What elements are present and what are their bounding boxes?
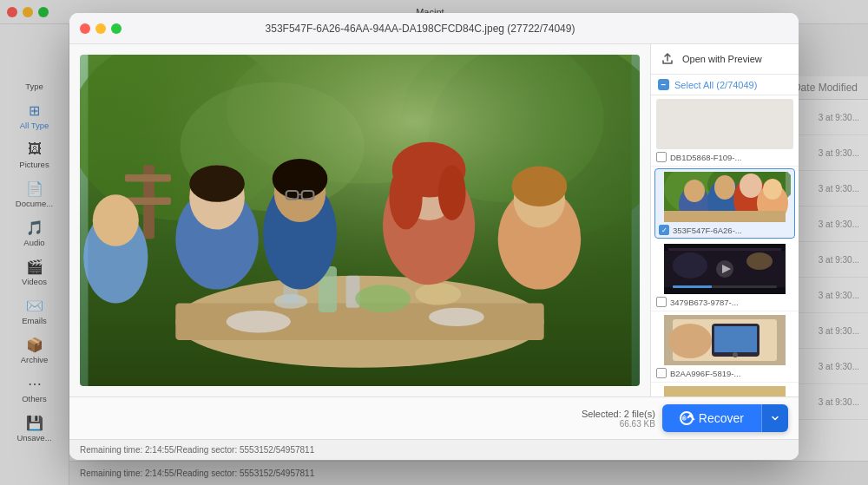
svg-point-59	[746, 252, 773, 270]
select-all-row[interactable]: Select All (2/74049)	[651, 75, 799, 95]
svg-rect-58	[673, 285, 712, 288]
selected-count: Selected: 2 file(s)	[80, 409, 655, 419]
modal-titlebar: 353F547F-6A26-46AA-94AA-DA198CFCD84C.jpe…	[69, 13, 799, 44]
preview-area	[69, 44, 651, 397]
chevron-down-icon	[771, 414, 779, 423]
modal-status-bar: Remaining time: 2:14:55/Reading sector: …	[69, 439, 799, 460]
modal-bottom-bar: Selected: 2 file(s) 66.63 KB Recover	[69, 397, 799, 439]
thumb-item-3[interactable]: 3479B673-9787-...	[651, 240, 799, 311]
open-preview-button[interactable]: Open with Preview	[682, 54, 762, 64]
svg-point-66	[668, 324, 712, 358]
recover-icon	[680, 411, 694, 425]
svg-point-46	[714, 175, 735, 200]
svg-point-60	[673, 252, 707, 279]
thumb-scene-blank	[656, 99, 793, 149]
modal-overlay: 353F547F-6A26-46AA-94AA-DA198CFCD84C.jpe…	[0, 0, 868, 485]
thumb-label-row-3: 3479B673-9787-...	[656, 297, 793, 307]
svg-rect-68	[664, 386, 786, 397]
thumb-image-1	[656, 99, 793, 149]
thumb-image-3	[656, 244, 793, 294]
svg-rect-54	[668, 248, 781, 251]
thumb-name-2: 353F547F-6A26-...	[673, 226, 791, 235]
thumbnail-list[interactable]: DB1D5868-F109-...	[651, 95, 799, 397]
thumb-label-row-2: 353F547F-6A26-...	[659, 225, 791, 235]
thumb-name-1: DB1D5868-F109-...	[670, 153, 793, 162]
svg-rect-64	[714, 326, 757, 352]
thumb-image-2	[659, 172, 791, 222]
preview-svg	[80, 55, 640, 386]
modal-maximize-button[interactable]	[111, 23, 122, 34]
preview-image	[80, 55, 640, 386]
thumb-checkbox-2[interactable]	[659, 225, 669, 235]
recover-label: Recover	[699, 411, 744, 425]
modal-status-text: Remaining time: 2:14:55/Reading sector: …	[80, 445, 314, 455]
thumb-image-5	[656, 386, 793, 397]
panel-actions: Open with Preview	[651, 44, 799, 75]
recover-dropdown-button[interactable]	[761, 404, 788, 432]
recover-button[interactable]: Recover	[662, 404, 761, 432]
svg-point-44	[684, 180, 705, 202]
select-all-label: Select All (2/74049)	[674, 80, 757, 90]
thumb-image-4	[656, 315, 793, 365]
thumb-svg-party	[659, 172, 791, 222]
modal-close-button[interactable]	[80, 23, 90, 34]
thumb-item-5[interactable]	[651, 383, 799, 397]
app-background: Macint... Type ⊞ All Type 🖼 Pictures 📄 D…	[0, 0, 868, 485]
recover-button-group[interactable]: Recover	[662, 404, 788, 432]
thumb-item-1[interactable]: DB1D5868-F109-...	[651, 95, 799, 167]
svg-point-50	[763, 179, 782, 200]
thumb-checkbox-1[interactable]	[656, 152, 667, 162]
right-panel: Open with Preview Select All (2/74049)	[651, 44, 799, 397]
thumb-svg-tablet	[656, 315, 793, 365]
select-all-checkbox[interactable]	[658, 79, 669, 90]
share-button[interactable]	[658, 49, 677, 69]
thumb-label-row-1: DB1D5868-F109-...	[656, 152, 793, 162]
thumb-name-3: 3479B673-9787-...	[670, 298, 793, 307]
thumb-svg-movie	[656, 244, 793, 294]
modal-traffic-lights	[80, 23, 122, 34]
svg-point-65	[733, 352, 738, 357]
preview-modal: 353F547F-6A26-46AA-94AA-DA198CFCD84C.jpe…	[69, 13, 799, 460]
thumb-svg-field	[656, 386, 793, 397]
thumb-name-4: B2AA996F-5819-...	[670, 369, 793, 378]
modal-title: 353F547F-6A26-46AA-94AA-DA198CFCD84C.jpe…	[122, 23, 719, 35]
modal-minimize-button[interactable]	[95, 23, 106, 34]
thumb-checkbox-4[interactable]	[656, 368, 667, 378]
svg-rect-39	[88, 55, 631, 386]
thumb-checkbox-3[interactable]	[656, 297, 667, 307]
file-size: 66.63 KB	[80, 419, 655, 429]
selected-info: Selected: 2 file(s) 66.63 KB	[80, 409, 655, 429]
thumb-item-4[interactable]: B2AA996F-5819-...	[651, 311, 799, 383]
modal-body: Open with Preview Select All (2/74049)	[69, 44, 799, 397]
svg-rect-51	[664, 211, 786, 222]
thumb-item-2[interactable]: 353F547F-6A26-...	[654, 168, 795, 239]
thumb-label-row-4: B2AA996F-5819-...	[656, 368, 793, 378]
